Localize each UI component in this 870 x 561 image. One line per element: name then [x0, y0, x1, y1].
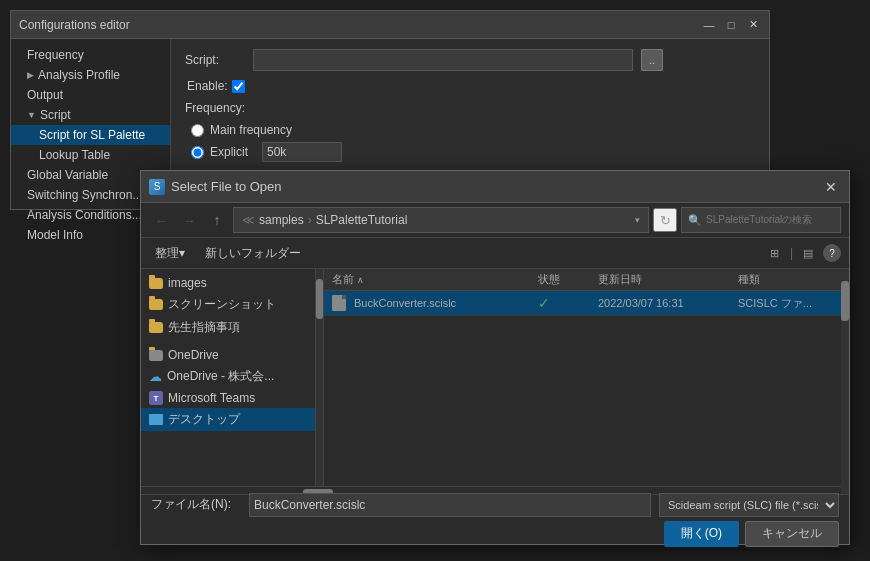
view-list-btn[interactable]: ▤ [797, 242, 819, 264]
search-icon: 🔍 [688, 214, 702, 227]
teams-icon: T [149, 391, 163, 405]
file-status-col: ✓ [538, 295, 598, 311]
view-help-btn[interactable]: ? [823, 244, 841, 262]
main-frequency-radio[interactable] [191, 124, 204, 137]
right-scroll-thumb [841, 281, 849, 321]
frequency-label: Frequency: [185, 101, 245, 115]
path-dropdown-btn[interactable]: ▾ [635, 215, 640, 225]
tree-label-screenshots: スクリーンショット [168, 296, 276, 313]
sidebar-script-label: Script [40, 108, 71, 122]
sidebar-item-analysis-profile[interactable]: ▶ Analysis Profile [11, 65, 170, 85]
explicit-frequency-row: Explicit [185, 142, 755, 162]
sidebar-analysis-profile-label: Analysis Profile [38, 68, 120, 82]
sidebar-frequency-label: Frequency [27, 48, 84, 62]
tree-item-images[interactable]: images [141, 273, 315, 293]
right-panel: 名前 ∧ 状態 更新日時 種類 BuckConverter.scislc [324, 269, 849, 486]
maximize-btn[interactable]: □ [723, 17, 739, 33]
new-folder-btn[interactable]: 新しいフォルダー [199, 243, 307, 264]
file-name-col: BuckConverter.scislc [332, 295, 538, 311]
explicit-value-input[interactable] [262, 142, 342, 162]
path-bar[interactable]: ≪ samples › SLPaletteTutorial ▾ [233, 207, 649, 233]
view-btns: ⊞ | ▤ ? [764, 242, 841, 264]
desktop-icon [149, 414, 163, 425]
explicit-frequency-radio[interactable] [191, 146, 204, 159]
tree-label-onedrive-company: OneDrive - 株式会... [167, 368, 274, 385]
file-date-col: 2022/03/07 16:31 [598, 297, 738, 309]
tree-item-desktop[interactable]: デスクトップ [141, 408, 315, 431]
explicit-label: Explicit [210, 145, 248, 159]
col-status[interactable]: 状態 [538, 272, 598, 287]
dialog-icon: S [149, 179, 165, 195]
cloud-icon-company: ☁ [149, 369, 162, 384]
file-name-0: BuckConverter.scislc [354, 297, 456, 309]
nav-back-btn[interactable]: ← [149, 208, 173, 232]
sidebar-item-output[interactable]: Output [11, 85, 170, 105]
col-status-label: 状態 [538, 273, 560, 285]
script-label: Script: [185, 53, 245, 67]
script-input[interactable] [253, 49, 633, 71]
left-panel: images スクリーンショット 先生指摘事項 OneDrive ☁ OneDr… [141, 269, 316, 486]
dialog-title-left: S Select File to Open [149, 179, 282, 195]
frequency-label-row: Frequency: [185, 101, 755, 115]
col-name-sort: ∧ [357, 275, 364, 285]
tree-item-onedrive-company[interactable]: ☁ OneDrive - 株式会... [141, 365, 315, 388]
close-editor-btn[interactable]: ✕ [745, 17, 761, 33]
right-scroll[interactable] [841, 271, 849, 494]
enable-row: Enable: [185, 79, 755, 93]
tree-label-notes: 先生指摘事項 [168, 319, 240, 336]
col-date-label: 更新日時 [598, 273, 642, 285]
col-type-label: 種類 [738, 273, 760, 285]
search-bar[interactable]: 🔍 SLPaletteTutorialの検索 [681, 207, 841, 233]
tree-item-notes[interactable]: 先生指摘事項 [141, 316, 315, 339]
col-type[interactable]: 種類 [738, 272, 841, 287]
left-scroll-thumb [316, 279, 323, 319]
titlebar-buttons: — □ ✕ [701, 17, 761, 33]
nav-forward-btn[interactable]: → [177, 208, 201, 232]
path-arrow: › [308, 213, 312, 227]
folder-icon-onedrive [149, 350, 163, 361]
sidebar-item-script-sl-palette[interactable]: Script for SL Palette [11, 125, 170, 145]
tree-label-images: images [168, 276, 207, 290]
folder-icon-notes [149, 322, 163, 333]
sidebar-item-frequency[interactable]: Frequency [11, 45, 170, 65]
tree-item-teams[interactable]: T Microsoft Teams [141, 388, 315, 408]
tree-label-teams: Microsoft Teams [168, 391, 255, 405]
file-row-0[interactable]: BuckConverter.scislc ✓ 2022/03/07 16:31 … [324, 291, 849, 316]
enable-checkbox[interactable] [232, 80, 245, 93]
sidebar-switching-sync-label: Switching Synchron... [27, 188, 142, 202]
filetype-select[interactable]: Scideam script (SLC) file (*.scisl... [659, 493, 839, 517]
action-bar: 整理▾ 新しいフォルダー ⊞ | ▤ ? [141, 238, 849, 269]
script-field-row: Script: .. [185, 49, 755, 71]
filename-input[interactable] [249, 493, 651, 517]
filename-row: ファイル名(N): Scideam script (SLC) file (*.s… [151, 493, 839, 517]
nav-up-btn[interactable]: ↑ [205, 208, 229, 232]
tree-item-onedrive[interactable]: OneDrive [141, 345, 315, 365]
tree-item-screenshots[interactable]: スクリーンショット [141, 293, 315, 316]
col-date[interactable]: 更新日時 [598, 272, 738, 287]
folder-icon-screenshots [149, 299, 163, 310]
editor-title: Configurations editor [19, 18, 130, 32]
folder-icon-images [149, 278, 163, 289]
cancel-btn[interactable]: キャンセル [745, 521, 839, 547]
dialog-main: images スクリーンショット 先生指摘事項 OneDrive ☁ OneDr… [141, 269, 849, 486]
sidebar-script-sl-palette-label: Script for SL Palette [39, 128, 145, 142]
sidebar-item-lookup-table[interactable]: Lookup Table [11, 145, 170, 165]
sidebar-item-script[interactable]: ▼ Script [11, 105, 170, 125]
col-name[interactable]: 名前 ∧ [332, 272, 538, 287]
refresh-btn[interactable]: ↻ [653, 208, 677, 232]
dialog-title-text: Select File to Open [171, 179, 282, 194]
sidebar-output-label: Output [27, 88, 63, 102]
filename-label: ファイル名(N): [151, 496, 241, 513]
script-browse-btn[interactable]: .. [641, 49, 663, 71]
left-scroll[interactable] [316, 269, 324, 486]
dialog-close-btn[interactable]: ✕ [821, 177, 841, 197]
organize-btn[interactable]: 整理▾ [149, 243, 191, 264]
file-table-header: 名前 ∧ 状態 更新日時 種類 [324, 269, 849, 291]
open-btn[interactable]: 開く(O) [664, 521, 739, 547]
file-type-0: SCISLC ファ... [738, 297, 812, 309]
minimize-btn[interactable]: — [701, 17, 717, 33]
sidebar-global-variable-label: Global Variable [27, 168, 108, 182]
file-date-0: 2022/03/07 16:31 [598, 297, 684, 309]
view-grid-btn[interactable]: ⊞ [764, 242, 786, 264]
script-arrow: ▼ [27, 110, 36, 120]
